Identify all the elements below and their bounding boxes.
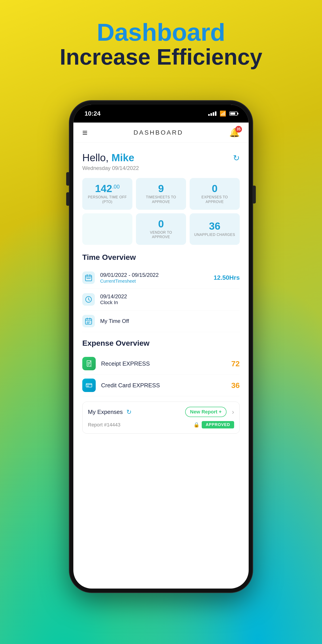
timeoff-calendar-icon (82, 315, 95, 327)
receipt-icon (82, 357, 96, 370)
app-header: ≡ DASHBOARD 🔔 35 (73, 122, 249, 143)
my-expenses-bar: My Expenses ↻ New Report + › Report #144… (82, 402, 240, 434)
timesheet-sublabel: CurrentTimesheet (100, 278, 208, 284)
receipt-item[interactable]: Receipt EXPRESS 72 (82, 353, 240, 374)
clockin-item[interactable]: 09/14/2022 Clock In (82, 289, 240, 310)
svg-rect-2 (88, 278, 89, 279)
notification-badge: 35 (235, 126, 242, 132)
timeoff-label: My Time Off (100, 318, 240, 324)
greeting-text: Hello, Mike (82, 152, 139, 164)
content-area: Hello, Mike Wednesday 09/14/2022 ↻ 142.0… (73, 143, 249, 442)
stat-value-timesheets: 9 (158, 183, 164, 194)
timesheet-range: 09/01/2022 - 09/15/2022 (100, 272, 208, 278)
wifi-icon: 📶 (220, 110, 226, 117)
creditcard-icon (82, 378, 96, 392)
approved-wrap: 🔒 APPROVED (194, 421, 234, 428)
creditcard-value: 36 (231, 381, 240, 390)
clockin-info: 09/14/2022 Clock In (100, 294, 240, 306)
user-name: Mike (111, 152, 134, 164)
greeting-block: Hello, Mike Wednesday 09/14/2022 (82, 152, 139, 171)
stat-label-unapplied: Unapplied Charges (194, 232, 235, 237)
status-right: 📶 (208, 110, 238, 117)
my-expenses-refresh-icon[interactable]: ↻ (126, 408, 132, 416)
phone-wrap: 10:24 📶 ≡ DASHBOARD 🔔 35 (69, 100, 253, 592)
my-expenses-label: My Expenses (88, 408, 123, 416)
creditcard-item[interactable]: Credit Card EXPRESS 36 (82, 374, 240, 396)
report-row[interactable]: Report #14443 🔒 APPROVED (88, 417, 234, 428)
stat-value-vendor: 0 (158, 219, 164, 229)
report-id: Report #14443 (88, 422, 120, 428)
stats-grid-row2: 0 VENDOR TOAPPROVE 36 Unapplied Charges (82, 213, 240, 245)
stat-value-unapplied: 36 (209, 221, 220, 231)
calendar-icon (82, 272, 95, 284)
stat-card-vendor[interactable]: 0 VENDOR TOAPPROVE (136, 213, 186, 245)
expense-overview-title: Expense Overview (82, 339, 240, 348)
stat-card-pto[interactable]: 142.00 Personal Time Off(PTO) (82, 178, 132, 210)
svg-rect-1 (87, 278, 88, 279)
lock-icon: 🔒 (194, 422, 200, 428)
receipt-label: Receipt EXPRESS (101, 360, 226, 367)
svg-rect-7 (87, 386, 89, 386)
phone-outer: 10:24 📶 ≡ DASHBOARD 🔔 35 (69, 100, 253, 592)
stat-card-unapplied[interactable]: 36 Unapplied Charges (190, 213, 240, 245)
status-bar: 10:24 📶 (73, 105, 249, 122)
stat-value-pto: 142.00 (95, 183, 120, 194)
approved-badge: APPROVED (202, 421, 234, 428)
receipt-value: 72 (231, 359, 240, 368)
expenses-top-row: My Expenses ↻ New Report + › (88, 407, 234, 417)
timesheet-item[interactable]: 09/01/2022 - 09/15/2022 CurrentTimesheet… (82, 267, 240, 289)
notification-wrap[interactable]: 🔔 35 (229, 128, 240, 138)
greeting-row: Hello, Mike Wednesday 09/14/2022 ↻ (82, 152, 240, 171)
timeoff-item[interactable]: My Time Off (82, 310, 240, 332)
header-title: DASHBOARD (134, 129, 183, 136)
status-time: 10:24 (84, 110, 100, 117)
stats-grid-row1: 142.00 Personal Time Off(PTO) 9 TIMESHEE… (82, 178, 240, 210)
time-overview-title: Time Overview (82, 253, 240, 262)
greeting-date: Wednesday 09/14/2022 (82, 165, 139, 171)
stat-card-timesheets[interactable]: 9 TIMESHEETS TOAPPROVE (136, 178, 186, 210)
phone-screen: 10:24 📶 ≡ DASHBOARD 🔔 35 (73, 105, 249, 588)
timesheet-info: 09/01/2022 - 09/15/2022 CurrentTimesheet (100, 272, 208, 284)
stat-card-expenses[interactable]: 0 EXPENSES TOAPPROVE (190, 178, 240, 210)
timesheet-hours: 12.50Hrs (214, 274, 240, 281)
stat-label-timesheets: TIMESHEETS TOAPPROVE (146, 195, 176, 204)
svg-rect-6 (86, 384, 92, 387)
refresh-icon[interactable]: ↻ (233, 154, 240, 163)
new-report-button[interactable]: New Report + (185, 407, 226, 417)
menu-icon[interactable]: ≡ (82, 128, 88, 137)
page-title-dashboard: Dashboard (0, 18, 322, 46)
clockin-label: Clock In (100, 300, 240, 306)
clockin-date: 09/14/2022 (100, 294, 240, 300)
svg-rect-3 (90, 278, 90, 279)
hello-label: Hello, (82, 152, 111, 164)
stat-label-pto: Personal Time Off(PTO) (88, 195, 127, 204)
battery-icon (230, 112, 238, 116)
signal-icon (208, 111, 216, 116)
stat-label-expenses: EXPENSES TOAPPROVE (202, 195, 228, 204)
top-title-area: Dashboard Increase Efficiency (0, 18, 322, 70)
clock-icon (82, 293, 95, 306)
expenses-arrow-button[interactable]: › (232, 408, 234, 416)
expense-section: Expense Overview Receipt EXPRESS 72 (82, 339, 240, 396)
stat-label-vendor: VENDOR TOAPPROVE (150, 230, 172, 240)
creditcard-label: Credit Card EXPRESS (101, 382, 226, 389)
stat-value-expenses: 0 (212, 183, 218, 194)
page-title-subtitle: Increase Efficiency (0, 44, 322, 70)
stat-card-empty (82, 213, 132, 245)
timeoff-info: My Time Off (100, 318, 240, 324)
